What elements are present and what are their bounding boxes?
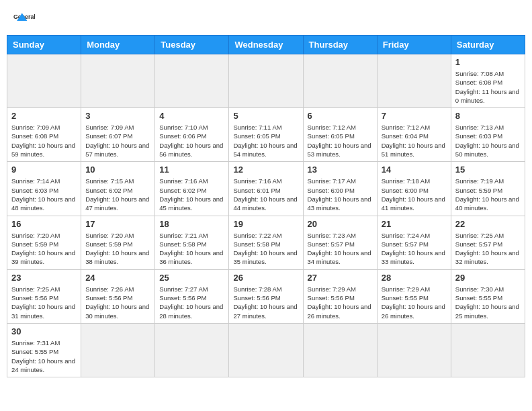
weekday-header-tuesday: Tuesday: [155, 36, 229, 54]
day-info: Sunrise: 7:31 AM Sunset: 5:55 PM Dayligh…: [11, 338, 77, 374]
calendar-cell: 22Sunrise: 7:25 AM Sunset: 5:57 PM Dayli…: [451, 216, 525, 269]
day-number: 13: [308, 165, 373, 175]
calendar-cell: [377, 54, 451, 108]
calendar-cell: [229, 323, 303, 377]
calendar-cell: 8Sunrise: 7:13 AM Sunset: 6:03 PM Daylig…: [451, 108, 525, 162]
weekday-header-friday: Friday: [377, 36, 451, 54]
day-number: 16: [11, 219, 77, 229]
day-number: 29: [455, 273, 521, 283]
day-info: Sunrise: 7:17 AM Sunset: 6:00 PM Dayligh…: [308, 177, 373, 212]
day-number: 2: [11, 111, 77, 121]
calendar-week-5: 30Sunrise: 7:31 AM Sunset: 5:55 PM Dayli…: [7, 323, 525, 377]
calendar-cell: [7, 54, 81, 108]
day-number: 9: [11, 165, 77, 175]
day-number: 20: [308, 219, 373, 229]
day-info: Sunrise: 7:24 AM Sunset: 5:57 PM Dayligh…: [382, 231, 447, 267]
calendar-header: SundayMondayTuesdayWednesdayThursdayFrid…: [7, 36, 525, 54]
logo: General: [13, 7, 38, 28]
day-info: Sunrise: 7:21 AM Sunset: 5:58 PM Dayligh…: [159, 231, 224, 267]
calendar-cell: 30Sunrise: 7:31 AM Sunset: 5:55 PM Dayli…: [7, 323, 81, 377]
day-number: 4: [159, 111, 224, 121]
weekday-header-wednesday: Wednesday: [229, 36, 303, 54]
day-number: 18: [159, 219, 224, 229]
calendar-cell: 18Sunrise: 7:21 AM Sunset: 5:58 PM Dayli…: [155, 216, 229, 269]
calendar-week-0: 1Sunrise: 7:08 AM Sunset: 6:08 PM Daylig…: [7, 54, 525, 108]
day-info: Sunrise: 7:16 AM Sunset: 6:01 PM Dayligh…: [233, 177, 298, 212]
day-info: Sunrise: 7:13 AM Sunset: 6:03 PM Dayligh…: [455, 123, 521, 158]
day-number: 6: [308, 111, 373, 121]
day-number: 19: [233, 219, 298, 229]
calendar-cell: [303, 323, 377, 377]
calendar-cell: [155, 54, 229, 108]
day-number: 30: [11, 326, 77, 336]
calendar-cell: 5Sunrise: 7:11 AM Sunset: 6:05 PM Daylig…: [229, 108, 303, 162]
day-info: Sunrise: 7:28 AM Sunset: 5:56 PM Dayligh…: [233, 285, 298, 320]
day-info: Sunrise: 7:15 AM Sunset: 6:02 PM Dayligh…: [85, 177, 150, 212]
day-number: 1: [455, 57, 521, 67]
weekday-header-saturday: Saturday: [451, 36, 525, 54]
calendar-week-4: 23Sunrise: 7:25 AM Sunset: 5:56 PM Dayli…: [7, 269, 525, 323]
day-info: Sunrise: 7:09 AM Sunset: 6:07 PM Dayligh…: [85, 123, 150, 158]
day-number: 25: [159, 273, 224, 283]
day-info: Sunrise: 7:29 AM Sunset: 5:56 PM Dayligh…: [308, 285, 373, 320]
day-info: Sunrise: 7:18 AM Sunset: 6:00 PM Dayligh…: [382, 177, 447, 212]
day-number: 14: [382, 165, 447, 175]
calendar-cell: 12Sunrise: 7:16 AM Sunset: 6:01 PM Dayli…: [229, 162, 303, 216]
calendar-week-2: 9Sunrise: 7:14 AM Sunset: 6:03 PM Daylig…: [7, 162, 525, 216]
day-number: 21: [382, 219, 447, 229]
calendar-cell: 17Sunrise: 7:20 AM Sunset: 5:59 PM Dayli…: [81, 216, 155, 269]
calendar-cell: [81, 323, 155, 377]
day-number: 5: [233, 111, 298, 121]
day-number: 11: [159, 165, 224, 175]
day-info: Sunrise: 7:12 AM Sunset: 6:05 PM Dayligh…: [308, 123, 373, 158]
calendar-cell: 2Sunrise: 7:09 AM Sunset: 6:08 PM Daylig…: [7, 108, 81, 162]
day-number: 22: [455, 219, 521, 229]
calendar-cell: 10Sunrise: 7:15 AM Sunset: 6:02 PM Dayli…: [81, 162, 155, 216]
calendar-cell: [229, 54, 303, 108]
calendar-cell: [377, 323, 451, 377]
calendar-cell: 4Sunrise: 7:10 AM Sunset: 6:06 PM Daylig…: [155, 108, 229, 162]
calendar-cell: [451, 323, 525, 377]
calendar-cell: [81, 54, 155, 108]
weekday-row: SundayMondayTuesdayWednesdayThursdayFrid…: [7, 36, 525, 54]
calendar-cell: [155, 323, 229, 377]
calendar-week-3: 16Sunrise: 7:20 AM Sunset: 5:59 PM Dayli…: [7, 216, 525, 269]
day-number: 23: [11, 273, 77, 283]
day-number: 10: [85, 165, 150, 175]
calendar-cell: 16Sunrise: 7:20 AM Sunset: 5:59 PM Dayli…: [7, 216, 81, 269]
day-info: Sunrise: 7:22 AM Sunset: 5:58 PM Dayligh…: [233, 231, 298, 267]
day-number: 8: [455, 111, 521, 121]
day-number: 7: [382, 111, 447, 121]
page-header: General: [0, 0, 532, 35]
day-info: Sunrise: 7:25 AM Sunset: 5:57 PM Dayligh…: [455, 231, 521, 267]
day-info: Sunrise: 7:29 AM Sunset: 5:55 PM Dayligh…: [382, 285, 447, 320]
day-info: Sunrise: 7:30 AM Sunset: 5:55 PM Dayligh…: [455, 285, 521, 320]
day-number: 24: [85, 273, 150, 283]
weekday-header-thursday: Thursday: [303, 36, 377, 54]
day-info: Sunrise: 7:23 AM Sunset: 5:57 PM Dayligh…: [308, 231, 373, 267]
calendar-cell: 21Sunrise: 7:24 AM Sunset: 5:57 PM Dayli…: [377, 216, 451, 269]
calendar-cell: 19Sunrise: 7:22 AM Sunset: 5:58 PM Dayli…: [229, 216, 303, 269]
day-info: Sunrise: 7:20 AM Sunset: 5:59 PM Dayligh…: [11, 231, 77, 267]
calendar-cell: 20Sunrise: 7:23 AM Sunset: 5:57 PM Dayli…: [303, 216, 377, 269]
day-number: 27: [308, 273, 373, 283]
calendar-cell: 3Sunrise: 7:09 AM Sunset: 6:07 PM Daylig…: [81, 108, 155, 162]
day-info: Sunrise: 7:12 AM Sunset: 6:04 PM Dayligh…: [382, 123, 447, 158]
weekday-header-monday: Monday: [81, 36, 155, 54]
weekday-header-sunday: Sunday: [7, 36, 81, 54]
day-info: Sunrise: 7:25 AM Sunset: 5:56 PM Dayligh…: [11, 285, 77, 320]
calendar-cell: 9Sunrise: 7:14 AM Sunset: 6:03 PM Daylig…: [7, 162, 81, 216]
day-info: Sunrise: 7:14 AM Sunset: 6:03 PM Dayligh…: [11, 177, 77, 212]
day-info: Sunrise: 7:09 AM Sunset: 6:08 PM Dayligh…: [11, 123, 77, 158]
day-info: Sunrise: 7:26 AM Sunset: 5:56 PM Dayligh…: [85, 285, 150, 320]
day-number: 26: [233, 273, 298, 283]
day-number: 28: [382, 273, 447, 283]
day-number: 17: [85, 219, 150, 229]
calendar-cell: 26Sunrise: 7:28 AM Sunset: 5:56 PM Dayli…: [229, 269, 303, 323]
calendar-wrapper: SundayMondayTuesdayWednesdayThursdayFrid…: [0, 35, 532, 384]
day-number: 12: [233, 165, 298, 175]
calendar-cell: 7Sunrise: 7:12 AM Sunset: 6:04 PM Daylig…: [377, 108, 451, 162]
day-number: 15: [455, 165, 521, 175]
calendar-cell: [303, 54, 377, 108]
calendar-cell: 13Sunrise: 7:17 AM Sunset: 6:00 PM Dayli…: [303, 162, 377, 216]
